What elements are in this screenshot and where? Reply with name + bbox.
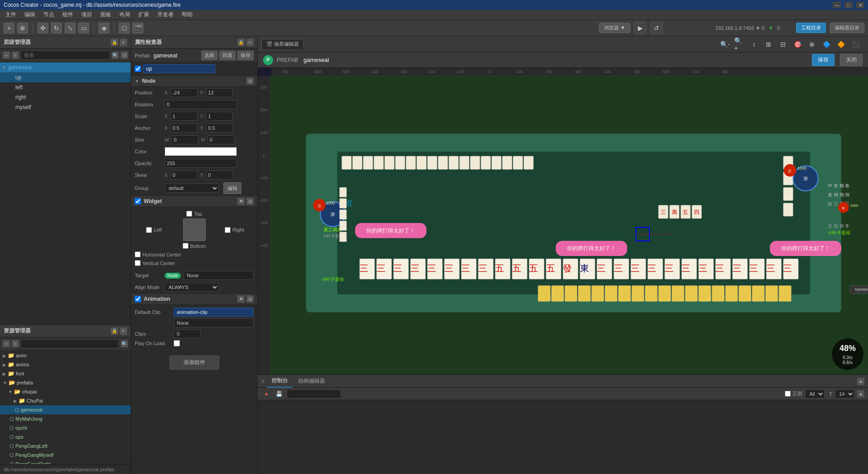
hierarchy-list-icon[interactable]: ≡ bbox=[12, 52, 19, 59]
skew-x-input[interactable] bbox=[170, 171, 198, 180]
widget-right-check[interactable] bbox=[225, 227, 231, 233]
menu-extend[interactable]: 扩展 bbox=[135, 10, 153, 19]
clips-input[interactable] bbox=[174, 329, 201, 338]
anim-section-flag-icon[interactable]: ⚑ bbox=[237, 295, 245, 303]
prefab-revert-btn[interactable]: 回退 bbox=[219, 51, 236, 60]
scale-y-input[interactable] bbox=[206, 112, 233, 121]
scene-tool-9[interactable]: 🔶 bbox=[835, 39, 846, 50]
widget-enabled-checkbox[interactable] bbox=[135, 198, 141, 204]
scene-zoom-out-btn[interactable]: 🔍- bbox=[720, 39, 731, 50]
assets-list-icon[interactable]: ≡ bbox=[12, 340, 19, 347]
align-mode-select[interactable]: ALWAYS bbox=[165, 283, 219, 292]
scene-tool-8[interactable]: 🔷 bbox=[821, 39, 832, 50]
node-section-settings-icon[interactable]: ⚙ bbox=[246, 77, 254, 85]
toolbar-move[interactable]: ✜ bbox=[38, 23, 48, 33]
widget-top-check[interactable] bbox=[186, 211, 192, 217]
color-picker[interactable] bbox=[165, 147, 237, 156]
prefab-select-btn[interactable]: 选择 bbox=[201, 51, 217, 60]
scene-close-btn[interactable]: 关闭 bbox=[840, 54, 863, 66]
widget-section-settings-icon[interactable]: ⚙ bbox=[246, 198, 254, 205]
menu-component[interactable]: 组件 bbox=[59, 10, 77, 19]
asset-mymahjong[interactable]: ⬡ MyMahJong bbox=[0, 414, 131, 423]
add-component-button[interactable]: 添加组件 bbox=[170, 356, 219, 370]
anim-clip-bar[interactable] bbox=[287, 389, 341, 398]
menu-dev[interactable]: 开发者 bbox=[154, 10, 177, 19]
close-button[interactable]: ✕ bbox=[856, 2, 864, 8]
bottom-panel-collapse-icon[interactable]: ▲ bbox=[857, 378, 864, 385]
toolbar-7[interactable]: 🎬 bbox=[132, 23, 143, 33]
assets-search-input[interactable] bbox=[21, 339, 119, 348]
collapse-icon[interactable]: ≡ bbox=[261, 378, 264, 384]
scene-tool-5[interactable]: ⊟ bbox=[778, 39, 788, 50]
group-edit-btn[interactable]: 编辑 bbox=[223, 182, 241, 194]
default-clip-input[interactable] bbox=[174, 308, 254, 317]
asset-penggangright[interactable]: ⬡ PengGangRight bbox=[0, 460, 131, 464]
menu-edit[interactable]: 编辑 bbox=[21, 10, 39, 19]
minimize-button[interactable]: — bbox=[833, 2, 841, 8]
scene-editor-tab[interactable]: 🎬 场景编辑器 bbox=[261, 39, 304, 49]
asset-prefabs[interactable]: ▼ 📂 prefabs bbox=[0, 378, 131, 387]
widget-hcenter-check[interactable] bbox=[135, 251, 141, 257]
hierarchy-refresh-icon[interactable]: ↺ bbox=[121, 52, 128, 59]
asset-penggangmyself[interactable]: ⬡ PengGangMyself bbox=[0, 450, 131, 460]
menu-layout[interactable]: 布局 bbox=[116, 10, 134, 19]
asset-opchi[interactable]: ⬡ opchi bbox=[0, 423, 131, 432]
loop-check[interactable] bbox=[785, 391, 791, 397]
asset-font[interactable]: ▶ 📁 font bbox=[0, 369, 131, 378]
opacity-input[interactable] bbox=[165, 159, 237, 168]
anchor-x-input[interactable] bbox=[170, 123, 198, 133]
component-name-input[interactable] bbox=[143, 64, 215, 73]
hierarchy-menu-icon[interactable]: ≡ bbox=[120, 39, 127, 46]
menu-file[interactable]: 文件 bbox=[2, 10, 20, 19]
hierarchy-search-icon[interactable]: 🔍 bbox=[112, 52, 119, 59]
group-select[interactable]: default bbox=[165, 184, 219, 193]
widget-section-header[interactable]: Widget ⚑ ⚙ bbox=[131, 195, 257, 207]
asset-ops[interactable]: ⬡ ops bbox=[0, 432, 131, 441]
scene-canvas[interactable]: 使用鼠标右键平移视窗焦点，使用滚轮缩放视图 -700 -600 -500 -40… bbox=[258, 68, 868, 374]
tree-item-right[interactable]: right bbox=[0, 92, 131, 102]
tab-console[interactable]: 控制台 bbox=[267, 375, 292, 388]
properties-menu-icon[interactable]: ≡ bbox=[246, 39, 254, 46]
assets-search-icon[interactable]: 🔍 bbox=[121, 340, 128, 347]
toolbar-rect[interactable]: ▭ bbox=[78, 23, 89, 33]
menu-help[interactable]: 帮助 bbox=[178, 10, 196, 19]
assets-add-icon[interactable]: + bbox=[3, 340, 10, 347]
widget-vcenter-check[interactable] bbox=[135, 260, 141, 266]
scene-tool-7[interactable]: ⊕ bbox=[807, 39, 817, 50]
anim-record-btn[interactable]: ● bbox=[261, 389, 271, 399]
tab-anim-editor[interactable]: 动画编辑器 bbox=[293, 375, 330, 388]
anim-section-settings-icon[interactable]: ⚙ bbox=[246, 295, 254, 303]
tree-item-myself[interactable]: myself bbox=[0, 102, 131, 112]
scene-tool-3[interactable]: ↕ bbox=[749, 39, 760, 50]
target-input[interactable] bbox=[184, 271, 254, 280]
node-section-header[interactable]: ▼ Node ⚙ bbox=[131, 75, 257, 87]
asset-chupai-folder[interactable]: ▶ 📁 ChuPai bbox=[0, 396, 131, 405]
menu-project[interactable]: 项目 bbox=[78, 10, 96, 19]
toolbar-6[interactable]: ⬡ bbox=[119, 23, 130, 33]
properties-lock-icon[interactable]: 🔒 bbox=[237, 39, 245, 46]
toolbar-btn-1[interactable]: + bbox=[4, 23, 14, 33]
asset-chupai[interactable]: ▼ 📂 chupai bbox=[0, 387, 131, 396]
rotation-input[interactable] bbox=[165, 100, 237, 109]
scene-tool-6[interactable]: 🎯 bbox=[792, 39, 803, 50]
hierarchy-add-icon[interactable]: + bbox=[3, 52, 10, 59]
position-y-input[interactable] bbox=[206, 88, 233, 97]
widget-left-check[interactable] bbox=[146, 227, 152, 233]
scale-x-input[interactable] bbox=[170, 112, 198, 121]
hierarchy-search-input[interactable] bbox=[21, 51, 110, 60]
menu-panel[interactable]: 面板 bbox=[97, 10, 115, 19]
tree-item-left[interactable]: left bbox=[0, 82, 131, 92]
position-x-input[interactable] bbox=[170, 88, 198, 97]
scene-save-btn[interactable]: 保存 bbox=[812, 54, 835, 66]
asset-anim[interactable]: ▶ 📁 anim bbox=[0, 351, 131, 360]
toolbar-scale[interactable]: ⤡ bbox=[65, 23, 75, 33]
scene-zoom-in-btn[interactable]: 🔍+ bbox=[734, 39, 745, 50]
anim-toolbar-collapse[interactable]: ▲ bbox=[857, 390, 864, 398]
scene-tool-4[interactable]: ⊞ bbox=[763, 39, 774, 50]
browser-button[interactable]: 浏览器 ▼ bbox=[599, 23, 630, 33]
tree-item-gameseal[interactable]: ▼ gameseal bbox=[0, 62, 131, 72]
anim-save-btn[interactable]: 💾 bbox=[274, 389, 284, 399]
hierarchy-lock-icon[interactable]: 🔒 bbox=[111, 39, 118, 46]
anchor-y-input[interactable] bbox=[206, 123, 233, 133]
maximize-button[interactable]: □ bbox=[844, 2, 853, 8]
